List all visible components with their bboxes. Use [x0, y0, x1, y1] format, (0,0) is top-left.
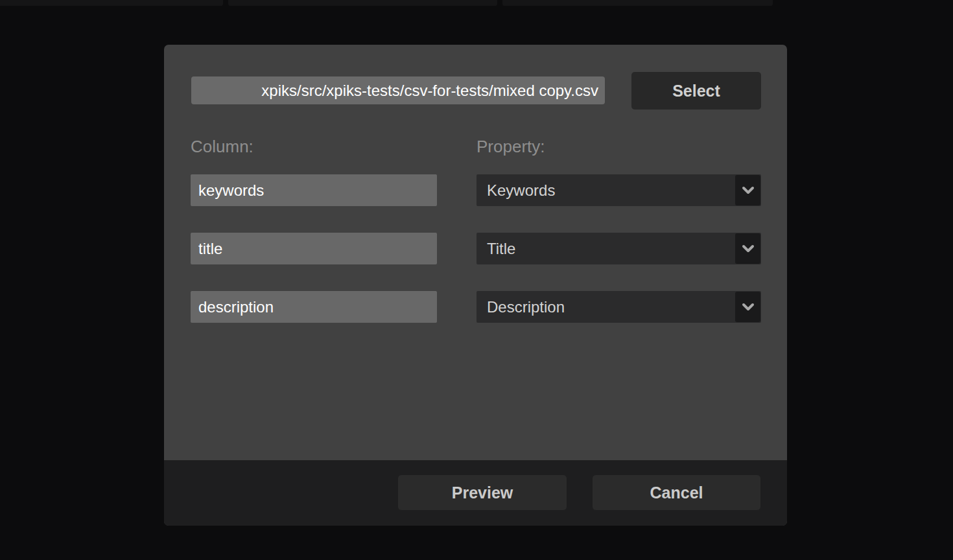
- cancel-button[interactable]: Cancel: [593, 475, 760, 510]
- chevron-down-icon: [735, 233, 760, 264]
- preview-button[interactable]: Preview: [398, 475, 567, 510]
- background-panel-top: [228, 0, 497, 6]
- property-dropdown[interactable]: Title: [476, 233, 761, 264]
- background-panel-top: [502, 0, 773, 6]
- property-dropdown[interactable]: Keywords: [476, 174, 761, 206]
- select-file-button[interactable]: Select: [631, 72, 761, 110]
- dialog-footer: Preview Cancel: [164, 460, 787, 526]
- background-panel-top: [0, 0, 223, 6]
- file-path-input[interactable]: xpiks/src/xpiks-tests/csv-for-tests/mixe…: [191, 76, 605, 104]
- chevron-down-icon: [735, 292, 760, 322]
- property-dropdown-value: Title: [487, 240, 515, 257]
- column-input[interactable]: description: [191, 291, 437, 323]
- column-label: Column:: [191, 137, 253, 157]
- property-label: Property:: [476, 137, 545, 157]
- property-dropdown[interactable]: Description: [476, 291, 761, 323]
- chevron-down-icon: [735, 175, 760, 205]
- csv-mapping-dialog: xpiks/src/xpiks-tests/csv-for-tests/mixe…: [164, 45, 787, 526]
- property-dropdown-value: Description: [487, 298, 565, 316]
- column-input[interactable]: title: [191, 233, 437, 264]
- column-input[interactable]: keywords: [191, 174, 437, 206]
- property-dropdown-value: Keywords: [487, 181, 555, 199]
